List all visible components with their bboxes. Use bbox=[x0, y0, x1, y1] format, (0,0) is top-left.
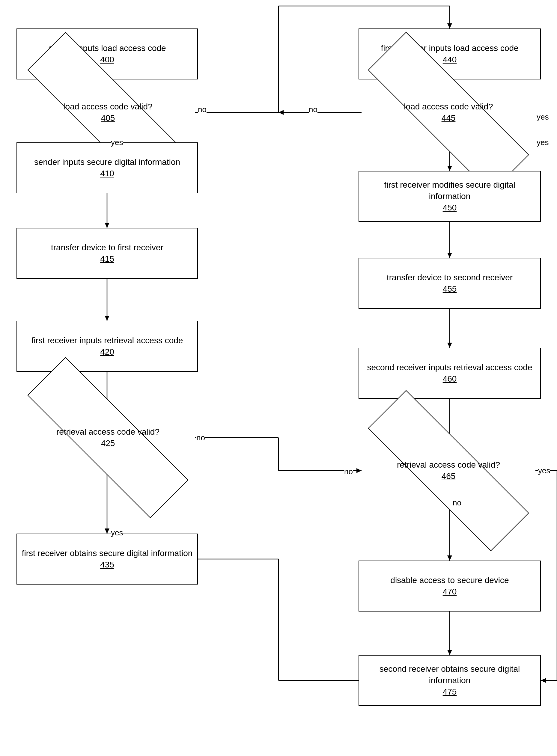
box-455: transfer device to second receiver 455 bbox=[358, 258, 541, 309]
svg-marker-43 bbox=[356, 468, 361, 473]
svg-marker-25 bbox=[447, 166, 452, 171]
box-460: second receiver inputs retrieval access … bbox=[358, 348, 541, 399]
svg-marker-16 bbox=[447, 23, 452, 28]
box-435: first receiver obtains secure digital in… bbox=[17, 534, 198, 584]
label-yes-445: yes bbox=[537, 138, 549, 147]
box-450: first receiver modifies secure digital i… bbox=[358, 171, 541, 222]
label-no-405: no bbox=[198, 105, 207, 114]
flowchart-diagram: sender inputs load access code 400 load … bbox=[0, 0, 557, 756]
svg-marker-35 bbox=[447, 650, 452, 655]
box-410: sender inputs secure digital information… bbox=[17, 142, 198, 193]
diamond-445: load access code valid? 445 bbox=[361, 85, 535, 140]
box-475: second receiver obtains secure digital i… bbox=[358, 655, 541, 706]
svg-marker-21 bbox=[278, 110, 284, 115]
label-no-425: no bbox=[196, 433, 205, 443]
diamond-425: retrieval access code valid? 425 bbox=[21, 411, 195, 465]
svg-marker-39 bbox=[541, 678, 546, 683]
label-no-465-left: no bbox=[344, 467, 353, 476]
label-yes-445-right: yes bbox=[537, 113, 549, 122]
box-415: transfer device to first receiver 415 bbox=[17, 228, 198, 279]
svg-marker-27 bbox=[447, 253, 452, 258]
label-yes-465: yes bbox=[538, 466, 550, 476]
svg-marker-11 bbox=[105, 528, 110, 534]
box-470: disable access to secure device 470 bbox=[358, 561, 541, 611]
diamond-465: retrieval access code valid? 465 bbox=[361, 444, 535, 497]
label-no-465: no bbox=[453, 498, 461, 508]
svg-marker-29 bbox=[447, 343, 452, 348]
box-420: first receiver inputs retrieval access c… bbox=[17, 321, 198, 372]
svg-marker-5 bbox=[105, 223, 110, 228]
label-no-445: no bbox=[309, 105, 318, 114]
label-yes-425: yes bbox=[111, 528, 123, 538]
svg-marker-7 bbox=[105, 316, 110, 321]
label-yes-405: yes bbox=[111, 138, 123, 147]
svg-marker-33 bbox=[447, 555, 452, 561]
diamond-405: load access code valid? 405 bbox=[21, 85, 195, 140]
